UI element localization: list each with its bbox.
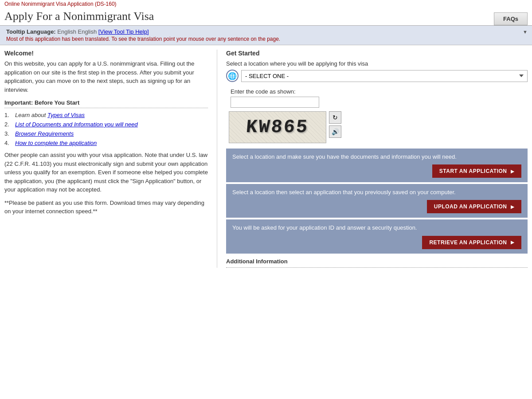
how-to-complete-link[interactable]: How to complete the application <box>15 140 97 146</box>
main-content: Welcome! On this website, you can apply … <box>0 45 532 268</box>
page-title: Apply For a Nonimmigrant Visa <box>4 10 154 23</box>
tooltip-bar: Tooltip Language: English English [View … <box>0 26 532 45</box>
start-application-button[interactable]: START AN APPLICATION <box>432 164 521 178</box>
location-select[interactable]: - SELECT ONE - <box>241 70 528 82</box>
location-select-row: 🌐 - SELECT ONE - <box>226 70 528 82</box>
divider-1 <box>4 108 208 108</box>
faqs-button[interactable]: FAQs <box>494 12 528 25</box>
retrieve-application-section: You will be asked for your application I… <box>226 219 528 253</box>
important-heading: Important: Before You Start <box>4 99 208 106</box>
upload-application-section: Select a location then select an applica… <box>226 184 528 218</box>
tooltip-description: Most of this application has been transl… <box>6 36 526 42</box>
captcha-image: KW865 <box>229 111 326 143</box>
captcha-audio-button[interactable]: 🔊 <box>329 125 341 138</box>
header-section: Apply For a Nonimmigrant Visa FAQs <box>0 10 532 26</box>
captcha-image-area: KW865 ↻ 🔊 <box>229 111 528 143</box>
list-item: 2. List of Documents and Information you… <box>4 121 208 128</box>
get-started-heading: Get Started <box>226 50 528 57</box>
retrieve-application-text: You will be asked for your application I… <box>232 224 521 232</box>
right-column: Get Started Select a location where you … <box>217 50 528 268</box>
browser-requirements-link[interactable]: Browser Requirements <box>15 130 74 137</box>
types-of-visas-link[interactable]: Types of Visas <box>47 112 85 118</box>
additional-info-heading: Additional Information <box>226 258 528 265</box>
list-item: 3. Browser Requirements <box>4 130 208 137</box>
captcha-text: KW865 <box>245 117 309 138</box>
body-text-1: Other people can assist you with your vi… <box>4 151 208 194</box>
bottom-divider <box>226 267 528 268</box>
list-item: 1. Learn about Types of Visas <box>4 112 208 118</box>
retrieve-application-button[interactable]: RETRIEVE AN APPLICATION <box>422 236 521 249</box>
captcha-label: Enter the code as shown: <box>226 88 528 95</box>
list-item: 4. How to complete the application <box>4 140 208 146</box>
captcha-refresh-button[interactable]: ↻ <box>329 111 341 124</box>
captcha-input[interactable] <box>231 97 319 108</box>
before-you-start-list: 1. Learn about Types of Visas 2. List of… <box>4 112 208 146</box>
page-wrapper: Online Nonimmigrant Visa Application (DS… <box>0 0 532 268</box>
documents-link[interactable]: List of Documents and Information you wi… <box>15 121 138 128</box>
upload-application-text: Select a location then select an applica… <box>232 188 521 196</box>
start-application-text: Select a location and make sure you have… <box>232 153 521 161</box>
tooltip-help-link[interactable]: [View Tool Tip Help] <box>98 28 149 35</box>
captcha-icons: ↻ 🔊 <box>329 111 341 138</box>
subtitle-bar: Online Nonimmigrant Visa Application (DS… <box>0 0 532 10</box>
tooltip-language: English <box>57 28 76 35</box>
location-label: Select a location where you will be appl… <box>226 60 528 67</box>
body-text-2: **Please be patient as you use this form… <box>4 199 208 216</box>
globe-icon: 🌐 <box>226 70 239 82</box>
welcome-text: On this website, you can apply for a U.S… <box>4 59 208 94</box>
tooltip-language-text: English <box>78 28 98 35</box>
welcome-heading: Welcome! <box>4 50 208 57</box>
start-application-section: Select a location and make sure you have… <box>226 149 528 182</box>
upload-application-button[interactable]: UPLOAD AN APPLICATION <box>427 200 521 213</box>
left-column: Welcome! On this website, you can apply … <box>4 50 217 268</box>
subtitle-text: Online Nonimmigrant Visa Application (DS… <box>4 1 117 7</box>
tooltip-label: Tooltip Language: <box>6 28 57 35</box>
